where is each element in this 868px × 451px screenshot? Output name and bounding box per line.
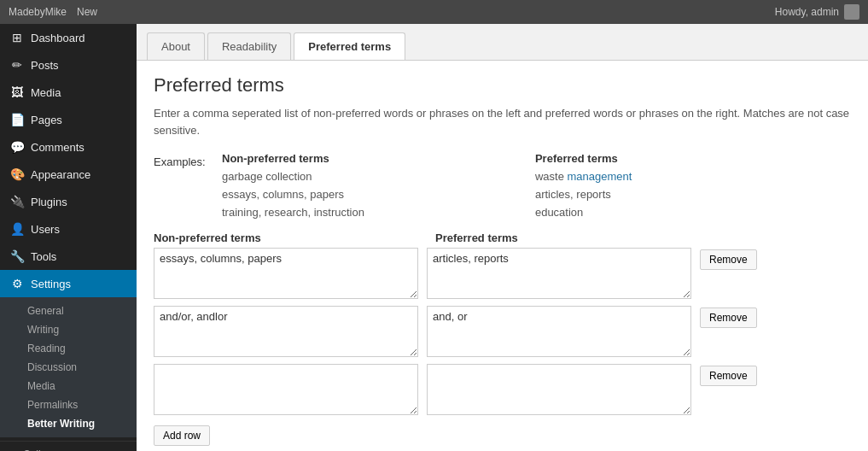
examples-label: Examples: [154, 152, 222, 168]
sidebar-sub-better-writing[interactable]: Better Writing [17, 414, 137, 433]
non-preferred-input-1[interactable]: essays, columns, papers [154, 248, 418, 299]
comments-icon: 💬 [10, 140, 24, 154]
term-row-1: essays, columns, papers articles, report… [154, 248, 851, 299]
appearance-icon: 🎨 [10, 167, 24, 181]
top-bar-right: Howdy, admin [775, 4, 859, 20]
sidebar-sub-media[interactable]: Media [17, 377, 137, 395]
preferred-input-2[interactable]: and, or [427, 306, 691, 357]
new-button[interactable]: New [77, 6, 97, 18]
sidebar-item-label: Comments [31, 141, 84, 154]
term-row-2: and/or, andlor and, or Remove [154, 306, 851, 357]
sidebar-item-label: Plugins [31, 196, 67, 208]
page-body: Preferred terms Enter a comma seperated … [137, 61, 868, 451]
sidebar-item-label: Users [31, 223, 60, 236]
terms-preferred-label: Preferred terms [435, 231, 708, 244]
sidebar-item-users[interactable]: 👤 Users [0, 215, 137, 243]
settings-icon: ⚙ [10, 277, 24, 290]
examples-preferred-col: Preferred terms waste management article… [535, 152, 632, 221]
term-row-3: Remove [154, 364, 851, 415]
example-np-1: garbage collection [222, 168, 364, 186]
tools-icon: 🔧 [10, 249, 24, 263]
sidebar-item-dashboard[interactable]: ⊞ Dashboard [0, 24, 137, 51]
sidebar-item-label: Settings [31, 278, 71, 290]
sidebar-item-label: Media [31, 86, 61, 99]
examples-preferred-header: Preferred terms [535, 152, 632, 165]
remove-button-1[interactable]: Remove [700, 249, 757, 270]
top-bar-left: MadebyMike New [9, 6, 97, 18]
example-p-3: education [535, 204, 632, 222]
examples-non-preferred-col: Non-preferred terms garbage collection e… [222, 152, 364, 221]
terms-header-row: Non-preferred terms Preferred terms [154, 231, 851, 244]
admin-avatar [844, 4, 859, 20]
collapse-menu-button[interactable]: ◀ Collapse menu [0, 441, 137, 451]
non-preferred-input-2[interactable]: and/or, andlor [154, 306, 418, 357]
example-np-2: essays, columns, papers [222, 186, 364, 204]
example-np-3: training, research, instruction [222, 204, 364, 222]
sidebar-item-plugins[interactable]: 🔌 Plugins [0, 188, 137, 215]
tab-about[interactable]: About [147, 32, 205, 60]
examples-cols: Non-preferred terms garbage collection e… [222, 152, 632, 221]
sidebar-sub-writing[interactable]: Writing [17, 320, 137, 339]
plugins-icon: 🔌 [10, 195, 24, 208]
sidebar-sub-permalinks[interactable]: Permalinks [17, 395, 137, 414]
non-preferred-input-3[interactable] [154, 364, 418, 415]
layout: ⊞ Dashboard ✏ Posts 🖼 Media 📄 Pages 💬 Co… [0, 24, 868, 451]
examples-non-preferred-header: Non-preferred terms [222, 152, 364, 165]
sidebar-item-comments[interactable]: 💬 Comments [0, 133, 137, 161]
example-p-2: articles, reports [535, 186, 632, 204]
add-row-button[interactable]: Add row [154, 425, 210, 446]
users-icon: 👤 [10, 222, 24, 236]
example-p-1: waste management [535, 168, 632, 186]
media-icon: 🖼 [10, 85, 24, 99]
sidebar-item-pages[interactable]: 📄 Pages [0, 106, 137, 133]
sidebar-item-appearance[interactable]: 🎨 Appearance [0, 161, 137, 188]
sidebar-sub-discussion[interactable]: Discussion [17, 358, 137, 377]
sidebar-item-settings[interactable]: ⚙ Settings [0, 270, 137, 297]
pages-icon: 📄 [10, 113, 24, 126]
top-bar: MadebyMike New Howdy, admin [0, 0, 868, 24]
posts-icon: ✏ [10, 58, 24, 72]
site-logo: MadebyMike [9, 6, 67, 18]
dashboard-icon: ⊞ [10, 31, 24, 44]
main-content: About Readability Preferred terms Prefer… [137, 24, 868, 451]
preferred-input-1[interactable]: articles, reports [427, 248, 691, 299]
sidebar-item-label: Dashboard [31, 32, 85, 44]
preferred-input-3[interactable] [427, 364, 691, 415]
sidebar-item-label: Posts [31, 59, 59, 72]
sidebar: ⊞ Dashboard ✏ Posts 🖼 Media 📄 Pages 💬 Co… [0, 24, 137, 451]
sidebar-item-label: Appearance [31, 168, 90, 181]
examples-section: Examples: Non-preferred terms garbage co… [154, 152, 851, 221]
howdy-text: Howdy, admin [775, 6, 839, 18]
management-link[interactable]: management [568, 170, 632, 183]
tabs-bar: About Readability Preferred terms [137, 24, 868, 61]
terms-non-preferred-label: Non-preferred terms [154, 231, 427, 244]
sidebar-item-label: Tools [31, 250, 56, 263]
sidebar-item-media[interactable]: 🖼 Media [0, 79, 137, 106]
sidebar-sub-general[interactable]: General [17, 302, 137, 320]
tab-readability[interactable]: Readability [207, 32, 291, 60]
sidebar-item-tools[interactable]: 🔧 Tools [0, 243, 137, 270]
sidebar-sub-reading[interactable]: Reading [17, 339, 137, 358]
sidebar-item-posts[interactable]: ✏ Posts [0, 51, 137, 79]
settings-submenu: General Writing Reading Discussion Media… [0, 297, 137, 437]
remove-button-3[interactable]: Remove [700, 366, 757, 386]
sidebar-item-label: Pages [31, 114, 62, 126]
tab-preferred-terms[interactable]: Preferred terms [294, 32, 405, 60]
page-title: Preferred terms [154, 74, 851, 97]
remove-button-2[interactable]: Remove [700, 308, 757, 328]
page-description: Enter a comma seperated list of non-pref… [154, 105, 851, 138]
